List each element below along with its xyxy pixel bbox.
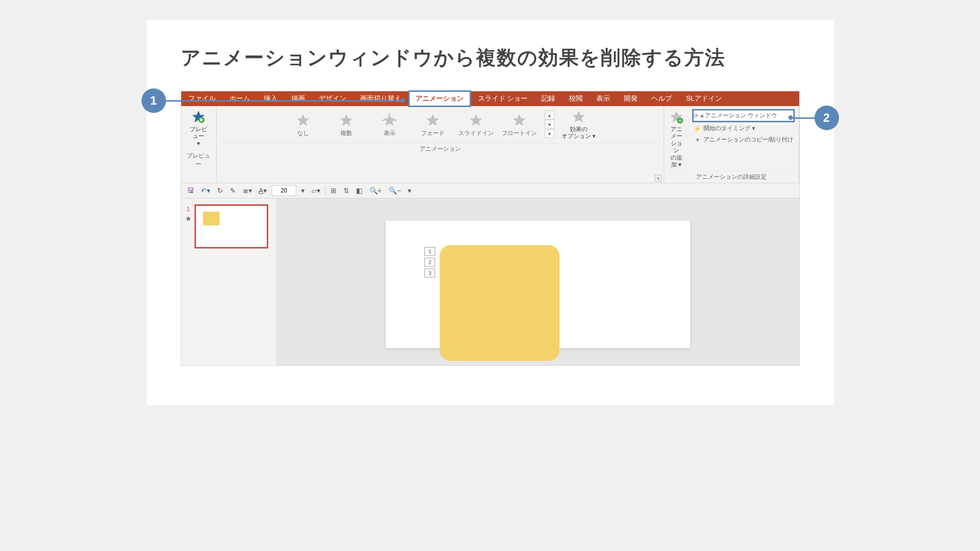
svg-marker-3 <box>297 114 309 126</box>
tab-animations[interactable]: アニメーション <box>408 90 471 107</box>
format-painter-icon[interactable]: ✎ <box>228 186 238 195</box>
preview-label: プレビュー▾ <box>187 126 210 147</box>
gallery-flyin[interactable]: スライドイン <box>454 110 498 139</box>
svg-marker-9 <box>426 114 439 126</box>
svg-text:+: + <box>678 118 681 123</box>
tab-developer[interactable]: 開発 <box>617 91 644 106</box>
animation-gallery[interactable]: なし 複数 表示 <box>281 110 541 139</box>
gallery-up-button[interactable]: ▴ <box>545 110 555 119</box>
tab-file[interactable]: ファイル <box>181 91 223 106</box>
tab-insert[interactable]: 挿入 <box>257 91 284 106</box>
list-icon[interactable]: ≣▾ <box>241 186 254 195</box>
zoom-out-icon[interactable]: 🔍− <box>387 186 403 195</box>
tab-sladdin[interactable]: SLアドイン <box>679 91 728 106</box>
callout-dot-2 <box>788 115 793 120</box>
slide-shape-rectangle[interactable] <box>440 245 560 361</box>
tab-review[interactable]: 校閲 <box>562 91 589 106</box>
star-icon <box>571 109 587 125</box>
gallery-none[interactable]: なし <box>281 110 325 139</box>
animation-tag-2[interactable]: 2 <box>424 258 435 267</box>
add-animation-label: アニメーションの追加 ▾ <box>669 126 684 168</box>
pane-icon: ⟳◄ <box>695 112 703 120</box>
add-animation-button[interactable]: + アニメーションの追加 ▾ <box>666 108 687 169</box>
tab-record[interactable]: 記録 <box>534 91 562 106</box>
callout-dot-1 <box>401 98 405 103</box>
gallery-fade-label: フェード <box>412 129 453 138</box>
gallery-floatin[interactable]: フロートイン <box>498 110 541 139</box>
font-color-icon[interactable]: A▾ <box>257 186 269 195</box>
gallery-appear-label: 表示 <box>369 129 410 138</box>
gallery-multiple-label: 複数 <box>326 129 367 138</box>
tab-home[interactable]: ホーム <box>223 91 257 106</box>
font-size-dropdown-icon[interactable]: ▾ <box>299 186 307 195</box>
thumbnail-number: 1 <box>186 205 190 213</box>
gallery-more-button[interactable]: ▾ <box>545 129 555 138</box>
effect-options-label: 効果のオプション ▾ <box>561 126 595 140</box>
thumbnail-shape <box>203 212 220 225</box>
ribbon-group-animation: なし 複数 表示 <box>217 106 664 183</box>
gallery-floatin-label: フロートイン <box>499 129 540 138</box>
gallery-none-label: なし <box>282 129 324 138</box>
distribute-icon[interactable]: ⇅ <box>341 186 351 195</box>
slide-editor-area[interactable]: 1 2 3 <box>277 198 799 365</box>
star-icon <box>282 111 324 129</box>
preview-group-label: プレビュー <box>184 150 213 169</box>
tab-transitions[interactable]: 画面切り替え <box>353 91 408 106</box>
thumbnail-row: 1 ★ <box>185 204 273 248</box>
gallery-down-button[interactable]: ▾ <box>545 120 555 129</box>
align-icon[interactable]: ⊞ <box>329 186 338 195</box>
preview-star-icon <box>191 109 206 125</box>
animation-order-tags: 1 2 3 <box>424 247 435 277</box>
gallery-fade[interactable]: フェード <box>411 110 454 139</box>
qat-customize-icon[interactable]: ▾ <box>406 186 413 195</box>
advanced-buttons-column: ⟳◄ アニメーション ウィンドウ ⚡ 開始のタイミング ▾ ✦ アニメーションの… <box>690 108 797 146</box>
animation-tag-1[interactable]: 1 <box>424 247 435 256</box>
shape-icon[interactable]: ▱▾ <box>309 186 322 195</box>
painter-icon: ✦ <box>694 136 701 144</box>
slide-thumbnails-panel[interactable]: 1 ★ <box>181 198 277 365</box>
star-icon <box>412 111 453 129</box>
star-burst-icon <box>369 111 410 129</box>
effect-options-button[interactable]: 効果のオプション ▾ <box>559 108 598 141</box>
tab-design[interactable]: デザイン <box>312 91 353 106</box>
gallery-flyin-label: スライドイン <box>455 129 497 138</box>
animation-group-launcher[interactable]: ⬊ <box>655 175 662 182</box>
crop-icon[interactable]: ◧ <box>354 186 364 195</box>
tab-draw[interactable]: 描画 <box>284 91 312 106</box>
undo-icon[interactable]: ↶▾ <box>199 186 212 195</box>
redo-icon[interactable]: ↻ <box>215 186 225 195</box>
animation-painter-button[interactable]: ✦ アニメーションのコピー/貼り付け <box>692 135 795 145</box>
preview-button[interactable]: プレビュー▾ <box>184 108 213 148</box>
svg-marker-11 <box>513 114 525 126</box>
animation-tag-3[interactable]: 3 <box>424 269 435 277</box>
slide-thumbnail-1[interactable] <box>195 204 268 248</box>
animation-indicator-icon: ★ <box>185 215 192 222</box>
qat-separator <box>325 186 326 195</box>
star-icon <box>326 111 367 129</box>
quick-access-toolbar: 🖫 ↶▾ ↻ ✎ ≣▾ A▾ ▾ ▱▾ ⊞ ⇅ ◧ 🔍+ 🔍− ▾ <box>181 183 799 198</box>
ribbon-group-preview: プレビュー▾ プレビュー <box>181 106 217 183</box>
animation-pane-button[interactable]: ⟳◄ アニメーション ウィンドウ <box>692 109 795 122</box>
save-icon[interactable]: 🖫 <box>185 186 196 195</box>
animation-group-label: アニメーション <box>220 143 661 154</box>
gallery-appear[interactable]: 表示 <box>368 110 411 139</box>
gallery-multiple[interactable]: 複数 <box>325 110 368 139</box>
font-size-input[interactable] <box>272 185 296 196</box>
tab-slideshow[interactable]: スライド ショー <box>471 91 535 106</box>
painter-label: アニメーションのコピー/貼り付け <box>703 136 793 144</box>
thumbnail-meta: 1 ★ <box>185 204 192 248</box>
trigger-button[interactable]: ⚡ 開始のタイミング ▾ <box>692 123 795 134</box>
svg-marker-10 <box>470 114 482 126</box>
star-plus-icon: + <box>669 109 684 125</box>
tab-view[interactable]: 表示 <box>589 91 617 106</box>
workspace: 1 ★ 1 2 3 <box>181 198 799 365</box>
tab-help[interactable]: ヘルプ <box>644 91 679 106</box>
callout-connector-1 <box>161 100 402 102</box>
svg-marker-4 <box>340 114 352 126</box>
ribbon-tab-strip: ファイル ホーム 挿入 描画 デザイン 画面切り替え アニメーション スライド … <box>181 91 799 106</box>
gallery-scroll: ▴ ▾ ▾ <box>544 110 556 139</box>
callout-badge-2: 2 <box>814 106 839 130</box>
ribbon-body: プレビュー▾ プレビュー なし <box>181 106 799 183</box>
zoom-in-icon[interactable]: 🔍+ <box>367 186 384 195</box>
slide-canvas[interactable]: 1 2 3 <box>386 220 690 348</box>
